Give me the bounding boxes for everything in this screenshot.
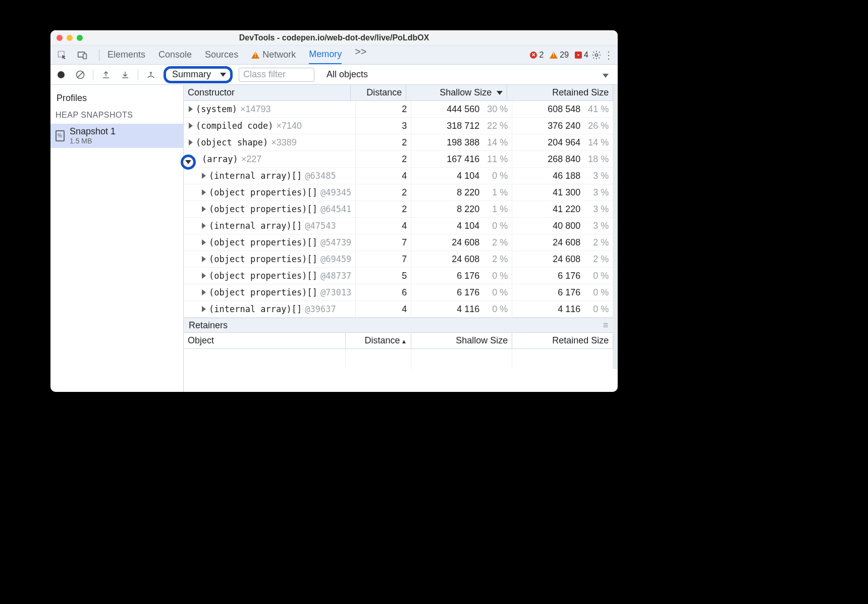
- distance-cell: 4: [356, 168, 411, 184]
- expand-toggle[interactable]: [202, 273, 206, 279]
- col-retained-size[interactable]: Retained Size: [507, 85, 613, 100]
- instance-count: ×7140: [277, 121, 302, 131]
- table-row[interactable]: (object shape)×33892198 38814 %204 96414…: [184, 134, 613, 151]
- constructor-name: (object properties)[]: [209, 254, 317, 264]
- console-status: ✕2 29 ▪4: [528, 51, 590, 60]
- retainers-body: [184, 349, 613, 369]
- object-id: @69459: [320, 254, 351, 264]
- window-controls: [57, 35, 83, 41]
- col-constructor[interactable]: Constructor: [184, 85, 351, 100]
- table-row[interactable]: (object properties)[]@4873756 1760 %6 17…: [184, 268, 613, 284]
- table-row[interactable]: (object properties)[]@54739724 6082 %24 …: [184, 234, 613, 251]
- expand-toggle[interactable]: [189, 139, 193, 145]
- col-object[interactable]: Object: [184, 333, 346, 348]
- warnings-chip[interactable]: 29: [548, 51, 571, 60]
- retainers-label: Retainers: [189, 320, 228, 331]
- warning-icon: [251, 52, 259, 59]
- close-window-button[interactable]: [57, 35, 63, 41]
- distance-cell: 2: [356, 151, 411, 167]
- sort-desc-icon: [497, 91, 503, 95]
- retained-cell: 4 1160 %: [512, 301, 613, 317]
- col-shallow-size[interactable]: Shallow Size: [406, 85, 507, 100]
- inspect-element-icon[interactable]: [56, 48, 69, 62]
- import-icon[interactable]: [119, 68, 132, 81]
- table-row[interactable]: (array) ×2272167 41611 %268 84018 %: [184, 151, 613, 168]
- constructor-name: (compiled code): [196, 121, 274, 131]
- tab-console[interactable]: Console: [158, 46, 192, 64]
- snapshot-item[interactable]: Snapshot 1 1.5 MB: [50, 124, 183, 148]
- expand-toggle[interactable]: [202, 239, 206, 245]
- table-row[interactable]: (object properties)[]@69459724 6082 %24 …: [184, 251, 613, 268]
- expand-toggle[interactable]: [202, 289, 206, 295]
- table-row[interactable]: (object properties)[]@6454128 2201 %41 2…: [184, 201, 613, 218]
- separator: [93, 69, 93, 80]
- export-icon[interactable]: [99, 68, 113, 81]
- profiles-sidebar: Profiles HEAP SNAPSHOTS Snapshot 1 1.5 M…: [50, 85, 184, 392]
- retainers-header: Retainers ≡: [184, 318, 613, 333]
- table-row[interactable]: (internal array)[]@6348544 1040 %46 1883…: [184, 168, 613, 184]
- panel-tabs: Elements Console Sources Network Memory …: [50, 45, 618, 65]
- chevron-down-icon: [220, 73, 226, 77]
- tab-elements[interactable]: Elements: [107, 46, 145, 64]
- constructor-name: (object properties)[]: [209, 204, 317, 214]
- object-id: @63485: [305, 171, 336, 181]
- col-shallow-r[interactable]: Shallow Size: [411, 333, 512, 348]
- settings-button[interactable]: [590, 49, 603, 61]
- scrollbar[interactable]: [613, 85, 618, 369]
- kebab-menu-button[interactable]: ⋮: [603, 49, 615, 61]
- expand-toggle[interactable]: [202, 256, 206, 262]
- clear-button[interactable]: [74, 68, 87, 81]
- scope-select[interactable]: All objects: [327, 69, 368, 80]
- device-toolbar-icon[interactable]: [76, 48, 89, 62]
- distance-cell: 6: [356, 284, 411, 300]
- constructor-name: (system): [196, 104, 237, 114]
- expand-toggle[interactable]: [202, 223, 206, 229]
- expand-toggle[interactable]: [202, 206, 206, 212]
- garbage-collect-icon[interactable]: [144, 68, 157, 81]
- col-retained-r[interactable]: Retained Size: [512, 333, 613, 348]
- col-distance[interactable]: Distance: [351, 85, 406, 100]
- retainers-columns: Object Distance Shallow Size Retained Si…: [184, 333, 613, 349]
- constructor-name: (object properties)[]: [209, 187, 317, 197]
- chevron-down-icon[interactable]: [603, 74, 609, 78]
- issue-icon: ▪: [575, 52, 582, 59]
- svg-rect-2: [83, 54, 87, 59]
- table-row[interactable]: (internal array)[]@3963744 1160 %4 1160 …: [184, 301, 613, 318]
- errors-chip[interactable]: ✕2: [528, 51, 546, 60]
- shallow-cell: 24 6082 %: [411, 251, 512, 267]
- minimize-window-button[interactable]: [67, 35, 73, 41]
- constructor-name: (internal array)[]: [209, 171, 302, 181]
- expand-toggle[interactable]: [202, 306, 206, 312]
- constructor-name: (internal array)[]: [209, 221, 302, 231]
- tab-sources[interactable]: Sources: [205, 46, 238, 64]
- expand-toggle[interactable]: [202, 189, 206, 195]
- record-button[interactable]: [55, 68, 68, 81]
- separator: [99, 49, 99, 61]
- retainers-menu-icon[interactable]: ≡: [603, 320, 609, 331]
- table-row[interactable]: (system)×147932444 56030 %608 54841 %: [184, 101, 613, 118]
- view-select[interactable]: Summary: [164, 66, 233, 83]
- col-distance-r[interactable]: Distance: [346, 333, 411, 348]
- warnings-count: 29: [560, 51, 569, 60]
- issues-count: 4: [584, 51, 588, 60]
- table-row[interactable]: (object properties)[]@4934528 2201 %41 3…: [184, 184, 613, 201]
- distance-cell: 4: [356, 301, 411, 317]
- table-row[interactable]: (object properties)[]@7301366 1760 %6 17…: [184, 284, 613, 301]
- retained-cell: 41 2203 %: [512, 201, 613, 217]
- expand-toggle[interactable]: [202, 173, 206, 179]
- tab-memory[interactable]: Memory: [309, 46, 342, 64]
- issues-chip[interactable]: ▪4: [573, 51, 590, 60]
- expand-toggle[interactable]: [189, 106, 193, 112]
- instance-count: ×3389: [271, 137, 297, 148]
- svg-point-3: [595, 54, 598, 56]
- table-row[interactable]: (compiled code)×71403318 71222 %376 2402…: [184, 118, 613, 134]
- tab-network[interactable]: Network: [251, 46, 296, 64]
- shallow-cell: 318 71222 %: [411, 118, 512, 134]
- zoom-window-button[interactable]: [77, 35, 83, 41]
- distance-cell: 2: [356, 201, 411, 217]
- table-row[interactable]: (internal array)[]@4754344 1040 %40 8003…: [184, 218, 613, 234]
- expand-toggle[interactable]: [189, 123, 193, 129]
- more-tabs-button[interactable]: >>: [355, 46, 366, 64]
- distance-cell: 7: [356, 234, 411, 250]
- class-filter-input[interactable]: Class filter: [239, 68, 314, 82]
